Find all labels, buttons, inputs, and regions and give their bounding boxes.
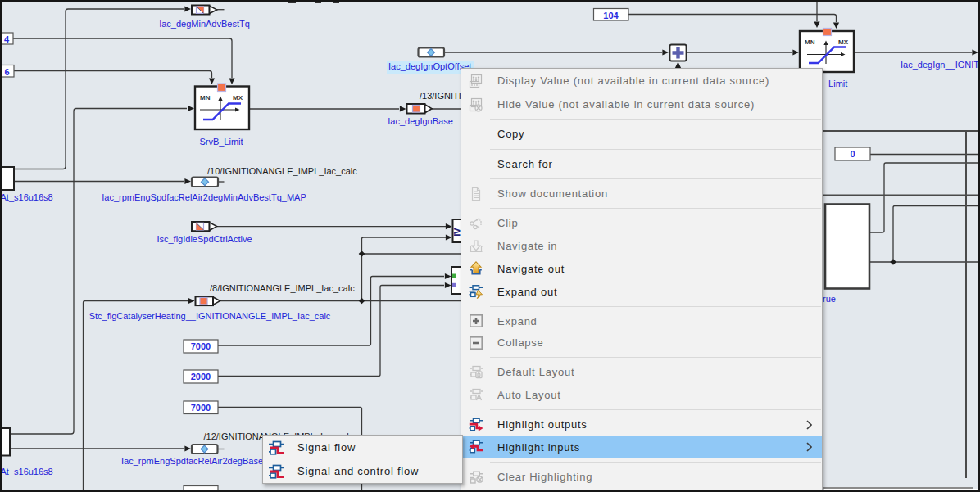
svg-text:MN: MN xyxy=(805,38,815,46)
svg-text:≥: ≥ xyxy=(454,224,461,238)
svg-text:MX: MX xyxy=(838,38,849,46)
svg-text:MN: MN xyxy=(200,94,211,102)
svg-text:MX: MX xyxy=(233,94,243,102)
